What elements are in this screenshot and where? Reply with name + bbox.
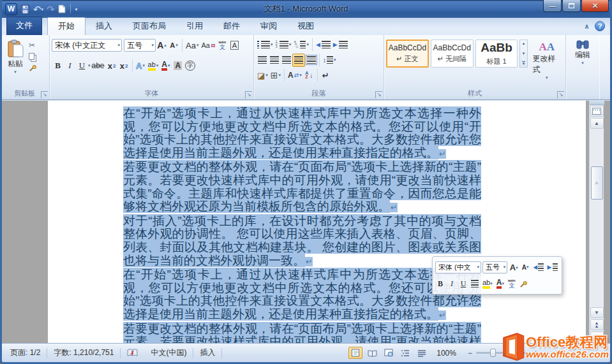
multilevel-list-button[interactable]: a·b··c▾ [292,38,310,52]
vertical-scrollbar[interactable]: ▲ ≡ ▼ ▲▲ ○ [589,101,604,343]
zoom-out-button[interactable]: − [468,349,472,358]
collapse-ribbon-button[interactable]: ∧ [584,22,590,31]
document-page[interactable]: 在“开始”选项卡上，通过从快速样式库中为所选文本选择一种外观，您可以方便地更改文… [48,101,586,343]
styles-scroll-down[interactable]: ▼ [522,52,526,55]
help-button[interactable]: ? [595,21,605,31]
tab-page-layout[interactable]: 页面布局 [123,18,176,35]
strikethrough-button[interactable]: abe [91,59,106,73]
font-color-button[interactable]: A▾ [160,59,172,73]
subscript-button[interactable]: x2 [106,59,118,73]
scroll-down-button[interactable]: ▼ [590,307,604,318]
copy-button[interactable] [29,52,37,61]
full-screen-reading-view-button[interactable] [365,347,379,359]
styles-scroll-up[interactable]: ▲ [522,41,526,45]
previous-page-button[interactable]: ▲▲ [590,319,604,330]
bold-button[interactable]: B [52,59,64,73]
proofing-status-button[interactable]: ✗ [121,347,144,359]
paragraph-dialog-launcher[interactable]: ↘ [375,91,382,98]
split-handle[interactable] [590,101,604,105]
phonetic-guide-button[interactable]: wén文 [216,39,228,52]
align-left-button[interactable] [256,54,268,67]
tab-review[interactable]: 审阅 [250,18,287,35]
mini-phonetic-button[interactable]: wén文 [507,278,517,290]
increase-indent-button[interactable]: ▶ [332,38,349,52]
word-count-indicator[interactable]: 字数: 1,210/2,751 [47,347,120,359]
paragraph[interactable]: 若要更改文档的整体外观，请在“页面布局”选项卡上选择新的“主题”元素。若要更改快… [123,323,481,344]
mini-font-name-combo[interactable]: 宋体 (中文 ▾ [435,261,481,273]
tab-mailings[interactable]: 邮件 [213,18,250,35]
styles-dialog-launcher[interactable]: ↘ [557,91,564,98]
sort-button[interactable]: AZ↓ [303,69,315,82]
character-shading-button[interactable]: A [172,59,184,73]
mini-format-painter-button[interactable] [518,278,529,290]
style-no-spacing[interactable]: AaBbCcDd ↵ 无间隔 [431,40,474,68]
enclose-characters-button[interactable]: 字 [184,59,197,73]
align-center-button[interactable] [268,54,280,67]
asian-layout-button[interactable]: A⇄▾ [287,69,303,82]
paragraph[interactable]: 在“开始”选项卡上，通过从快速样式库中为所选文本选择一种外观，您可以方便地更改文… [123,107,481,161]
insert-mode-indicator[interactable]: 插入 [193,347,221,359]
mini-bold-button[interactable]: B [435,278,445,290]
mini-grow-font-button[interactable]: A▴ [509,261,519,273]
mini-increase-indent-button[interactable]: ▶ [546,261,559,273]
mini-highlight-button[interactable]: ab▾ [481,278,494,290]
maximize-button[interactable] [562,0,581,12]
show-hide-marks-button[interactable]: ↵ [320,69,332,82]
close-button[interactable]: ✕ [581,0,609,12]
page-indicator[interactable]: 页面: 1/2 [4,347,47,359]
align-right-button[interactable] [280,54,292,67]
paragraph[interactable]: 若要更改文档的整体外观，请在“页面布局”选项卡上选择新的“主题”元素。若要更改快… [123,161,481,214]
paste-button[interactable]: 粘贴 ▾ [2,37,29,75]
grow-font-button[interactable]: A▴ [156,39,168,52]
style-heading-1[interactable]: AaBb 标题 1 [475,40,518,68]
decrease-indent-button[interactable]: ◀ [315,38,332,52]
mini-font-size-combo[interactable]: 五号 ▾ [482,261,507,273]
ruler-toggle-button[interactable] [590,106,604,117]
shading-button[interactable]: ◪▾ [256,69,269,82]
scrollbar-thumb[interactable]: ≡ [591,166,603,200]
format-painter-button[interactable] [29,63,37,73]
paragraph[interactable]: 对于“插入”选项卡上的库，在设计时都充分考虑了其中的项与文档整体外观的协调性。 … [123,215,481,268]
print-layout-view-button[interactable] [348,347,362,359]
font-size-combo[interactable]: 五号 ▾ [124,39,156,52]
clipboard-dialog-launcher[interactable]: ↘ [41,91,48,98]
zoom-slider-thumb[interactable] [490,349,496,357]
mini-center-button[interactable] [470,278,480,290]
paragraph[interactable]: 在“开始”选项卡上，通过从快速样式库中为所选文本选择一种外观，您可以方便地更改文… [123,268,481,322]
scroll-up-button[interactable]: ▲ [590,118,604,129]
tab-home[interactable]: 开始 [47,17,86,35]
character-border-button[interactable]: A [228,39,241,52]
underline-button[interactable]: U [76,59,88,73]
cut-button[interactable]: ✂ [29,40,37,50]
change-case-button[interactable]: Aa▾ [184,39,200,52]
highlight-button[interactable]: ab▾ [147,59,160,73]
change-styles-button[interactable]: AA 更改样式 ▾ [530,40,563,82]
distributed-button[interactable] [305,54,317,67]
editing-button[interactable]: 编辑 ▾ [568,37,597,67]
underline-dropdown-icon[interactable]: ▾ [88,63,91,68]
line-spacing-button[interactable]: ↕▾ [322,54,338,67]
justify-button[interactable] [292,54,305,67]
draft-view-button[interactable] [415,347,429,359]
font-dialog-launcher[interactable]: ↘ [245,91,252,98]
superscript-button[interactable]: x2 [118,59,130,73]
language-indicator[interactable]: 中文(中国) [144,347,193,359]
tab-references[interactable]: 引用 [176,18,213,35]
minimize-button[interactable]: — [543,0,562,12]
numbering-button[interactable]: 123▾ [274,38,293,52]
styles-gallery-more[interactable]: ▼ [522,61,526,66]
scrollbar-track[interactable]: ≡ [590,129,604,307]
text-effects-button[interactable]: A▾ [135,59,147,73]
mini-shrink-font-button[interactable]: A▾ [520,261,530,273]
tab-view[interactable]: 视图 [287,18,324,35]
shrink-font-button[interactable]: A▾ [168,39,180,52]
outline-view-button[interactable] [398,347,412,359]
tab-insert[interactable]: 插入 [86,18,123,35]
zoom-level[interactable]: 100% [431,347,459,359]
mini-italic-button[interactable]: I [447,278,457,290]
font-name-combo[interactable]: 宋体 (中文正文 ▾ [52,39,122,52]
borders-button[interactable]: ⊞▾ [269,69,282,82]
mini-decrease-indent-button[interactable]: ◀ [532,261,544,273]
style-normal[interactable]: AaBbCcDd ↵ 正文 [386,40,429,68]
bullets-button[interactable]: ▾ [256,38,274,52]
